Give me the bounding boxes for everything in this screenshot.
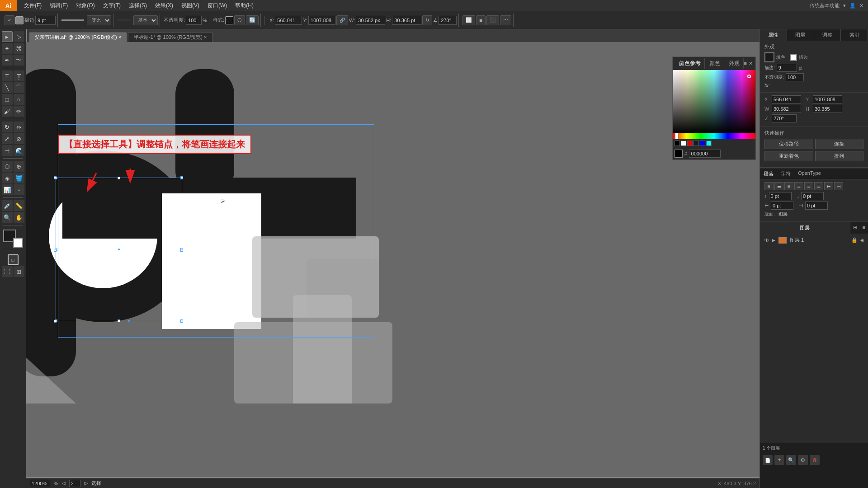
y-coord-input[interactable] [813,95,842,103]
y-input[interactable] [308,16,335,25]
connect-btn[interactable]: 连接 [815,139,864,149]
zoom-tool[interactable]: 🔍 [2,212,13,223]
w-coord-input[interactable] [772,105,801,113]
opacity-panel-input[interactable] [786,73,804,81]
h-input[interactable] [392,16,421,25]
outdent-btn[interactable]: ⊣ [834,182,843,190]
line-tool[interactable]: ╲ [2,82,13,93]
layer-lock-icon[interactable]: 🔒 [851,237,858,243]
color-ref-tab[interactable]: 颜色参考 [675,58,705,69]
close-icon[interactable]: ✕ [859,3,863,9]
free-transform-tool[interactable]: ⬡ [2,161,13,172]
x-coord-input[interactable] [772,95,801,103]
fill-swatch[interactable] [764,52,774,62]
pathfinder-btn[interactable]: ⬛ [486,15,499,25]
layer-visibility-icon[interactable]: 👁 [764,237,770,244]
angle-btn[interactable]: ↻ [422,15,432,25]
layers-tab[interactable]: 图层 [760,222,850,234]
hand-tool[interactable]: ✋ [14,212,24,223]
menu-edit[interactable]: 编辑(E) [46,1,71,10]
tab-layers[interactable]: 图层 [787,29,814,41]
make-sublayer-btn[interactable]: 📄 [763,455,773,465]
tab-character[interactable]: 字符 [777,169,794,179]
shear-tool[interactable]: ⊘ [14,133,24,144]
swatch-black[interactable] [675,141,680,146]
menu-effect[interactable]: 效果(X) [151,1,177,10]
eyedropper-tool[interactable]: 💉 [2,200,13,211]
angle-input[interactable] [439,16,457,25]
anchor-point-4[interactable] [54,249,57,252]
anchor-point-1[interactable] [54,176,57,179]
symbol-tool[interactable]: ⋆ [14,184,24,195]
swatch-white[interactable] [681,141,686,146]
canvas-area[interactable]: 【直接选择工具】调整锚点，将笔画连接起来 ▸ [26,42,760,477]
selection-tool[interactable]: ▸ [2,31,13,42]
align-left-btn[interactable]: ≡ [764,182,774,190]
stroke-color-btn[interactable] [15,16,24,24]
zoom-input[interactable] [30,480,50,487]
color-tab[interactable]: 颜色 [706,58,724,69]
angle-coord-input[interactable] [772,114,797,122]
stroke-width-input[interactable] [777,64,797,72]
h-coord-input[interactable] [813,105,842,113]
color-panel-expand[interactable]: ≡ [744,61,747,66]
anchor-point-6[interactable] [54,320,57,323]
layer-item-1[interactable]: 👁 ▶ 图层 1 🔒 ◉ [762,235,866,245]
nav-left-btn[interactable]: ◁ [62,480,66,486]
reflect-tool[interactable]: ⇔ [14,122,24,132]
layer-visibility-toggle[interactable]: ◉ [860,238,864,243]
menu-view[interactable]: 视图(V) [178,1,203,10]
tab-1[interactable]: 父亲节讲解.ai* @ 1200% (RGB/预览) × [29,32,127,42]
style-option-btn[interactable]: ⬡ [234,15,245,25]
background-color[interactable] [13,238,23,248]
layer-name[interactable]: 图层 1 [790,237,804,244]
swatch-blue[interactable] [700,141,705,146]
layer-expand-arrow[interactable]: ▶ [772,238,775,243]
selection-tool-btn[interactable]: ✓ [5,15,14,25]
ellipse-tool[interactable]: ○ [14,94,24,105]
menu-text[interactable]: 文字(T) [99,1,124,10]
search-layer-btn[interactable]: 🔍 [786,455,796,465]
stroke-size-input[interactable] [35,16,56,25]
swatch-dark[interactable] [693,141,699,146]
link-wh-btn[interactable]: 🔗 [336,15,348,25]
tab-2[interactable]: 半标题-1* @ 100% (RGB/预览) × [128,32,212,42]
normal-mode-btn[interactable]: □ [8,254,19,265]
user-icon[interactable]: 👤 [849,3,856,9]
chart-tool[interactable]: 📊 [2,184,13,195]
transform-btn[interactable]: ⬜ [462,15,475,25]
color-selector[interactable] [3,230,23,248]
after-para-input[interactable] [801,192,824,200]
menu-object[interactable]: 对象(O) [72,1,98,10]
align-right-btn[interactable]: ≡ [784,182,793,190]
x-input[interactable] [275,16,302,25]
align-center-btn[interactable]: ☰ [774,182,783,190]
recolor-btn[interactable]: 🔄 [246,15,259,25]
left-indent-input[interactable] [771,202,793,210]
tab-libraries[interactable]: 索引 [841,29,868,41]
swatch-cyan[interactable] [706,141,712,146]
arrange-btn[interactable]: 排列 [815,151,864,161]
menu-window[interactable]: 窗口(W) [204,1,231,10]
scale-tool[interactable]: ⤢ [2,133,13,144]
menu-help[interactable]: 帮助(H) [231,1,257,10]
curvature-tool[interactable]: 〜 [14,55,24,66]
tab-properties[interactable]: 属性 [760,29,787,41]
measure-tool[interactable]: 📏 [14,200,24,211]
offset-path-btn[interactable]: 位移路径 [764,139,813,149]
pencil-tool[interactable]: ✏ [14,106,24,117]
stroke-swatch[interactable] [790,54,797,61]
swatch-red[interactable] [687,141,693,146]
color-panel-close[interactable]: ✕ [749,61,753,66]
live-paint-tool[interactable]: 🪣 [14,173,24,183]
add-layer-btn[interactable]: + [774,455,784,465]
layer-options-btn[interactable]: ⚙ [798,455,808,465]
color-gradient-area[interactable] [673,70,755,133]
layers-expand-icon[interactable]: ⊞ [850,222,860,234]
recolor-panel-btn[interactable]: 重新着色 [764,151,813,161]
tab-paragraph[interactable]: 段落 [760,169,777,179]
lasso-tool[interactable]: ⌘ [14,43,24,54]
justify-btn[interactable]: ≣ [794,182,803,190]
hue-handle[interactable] [675,133,679,139]
fill-select[interactable]: 基本 [133,15,158,25]
